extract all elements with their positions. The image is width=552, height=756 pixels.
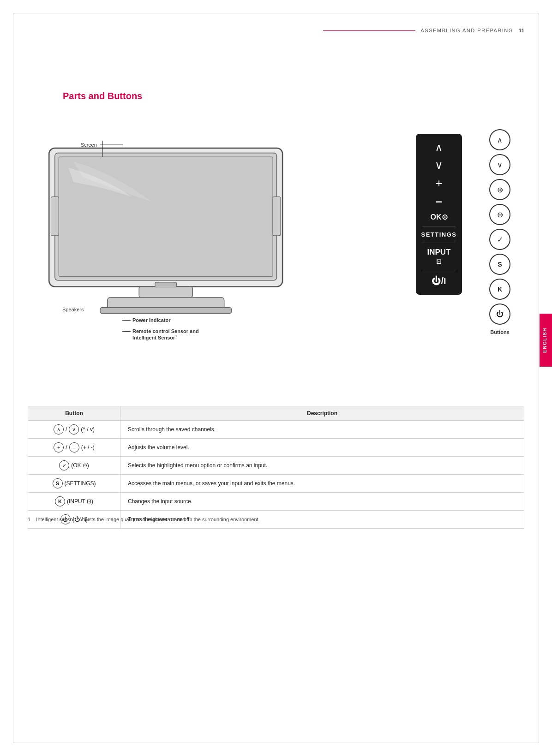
table-row: S (SETTINGS)Accesses the main menus, or … [28, 475, 524, 493]
up-symbol: ∧ [420, 139, 458, 156]
table-cell-description: Accesses the main menus, or saves your i… [120, 475, 524, 493]
footnote-text: Intelligent sensor - Adjusts the image q… [36, 517, 259, 522]
input-symbol: INPUT⊡ [420, 245, 458, 269]
power-indicator-label: Power Indicator [122, 317, 171, 323]
footnote: 1 Intelligent sensor - Adjusts the image… [28, 517, 524, 522]
minus-symbol: – [420, 193, 458, 209]
buttons-label: Buttons [490, 329, 510, 335]
settings-symbol: SETTINGS [420, 228, 458, 241]
svg-rect-6 [100, 308, 232, 314]
button-table: Button Description ∧/∨ (^ / v)Scrolls th… [28, 406, 524, 529]
table-row: + / – (+ / -)Adjusts the volume level. [28, 439, 524, 457]
round-input: K [489, 279, 510, 300]
down-symbol: ∨ [420, 157, 458, 173]
footnote-number: 1 [28, 517, 30, 522]
english-tab: ENGLISH [540, 314, 552, 367]
plus-symbol: + [420, 174, 458, 192]
page-border-right [539, 13, 539, 743]
speakers-label: Speakers [62, 307, 84, 312]
header-page-number: 11 [519, 28, 524, 33]
round-ok: ✓ [489, 229, 510, 250]
header-section: ASSEMBLING AND PREPARING [421, 28, 513, 33]
round-buttons-panel: ∧ ∨ ⊕ ⊖ ✓ S K ⏻ Buttons [489, 129, 510, 335]
round-up: ∧ [489, 129, 510, 150]
table-cell-button: + / – (+ / -) [28, 439, 120, 457]
page-border-left [13, 13, 13, 743]
round-settings: S [489, 254, 510, 275]
tv-illustration [42, 138, 305, 318]
table-row: ✓ (OK ⊙)Selects the highlighted menu opt… [28, 457, 524, 475]
header-line [323, 30, 415, 31]
table-row: ∧/∨ (^ / v)Scrolls through the saved cha… [28, 421, 524, 439]
table-cell-description: Changes the input source. [120, 493, 524, 511]
page-header: ASSEMBLING AND PREPARING 11 [323, 28, 524, 33]
dark-button-panel: ∧ ∨ + – OK⊙ SETTINGS INPUT⊡ ⏻/I [416, 134, 462, 295]
table-header-button: Button [28, 406, 120, 421]
table-header-description: Description [120, 406, 524, 421]
table-cell-button: ✓ (OK ⊙) [28, 457, 120, 475]
table-cell-button: S (SETTINGS) [28, 475, 120, 493]
table-cell-button: ∧/∨ (^ / v) [28, 421, 120, 439]
table-cell-description: Selects the highlighted menu option or c… [120, 457, 524, 475]
svg-rect-10 [155, 282, 176, 287]
power-symbol: ⏻/I [420, 273, 458, 289]
page-border-top [13, 13, 539, 13]
svg-rect-4 [139, 286, 192, 297]
diagram-area: Screen Speakers [28, 125, 524, 383]
svg-rect-8 [273, 196, 281, 235]
svg-rect-7 [51, 196, 59, 235]
table-cell-description: Adjusts the volume level. [120, 439, 524, 457]
table-cell-button: K (INPUT ⊡) [28, 493, 120, 511]
table-row: K (INPUT ⊡)Changes the input source. [28, 493, 524, 511]
section-title: Parts and Buttons [63, 91, 142, 101]
remote-sensor-label: Remote control Sensor and Intelligent Se… [122, 328, 199, 340]
round-down: ∨ [489, 154, 510, 175]
round-minus: ⊖ [489, 204, 510, 225]
ok-symbol: OK⊙ [420, 210, 458, 224]
round-power: ⏻ [489, 304, 510, 325]
table-cell-description: Scrolls through the saved channels. [120, 421, 524, 439]
page-border-bottom [13, 743, 539, 743]
round-plus: ⊕ [489, 179, 510, 200]
